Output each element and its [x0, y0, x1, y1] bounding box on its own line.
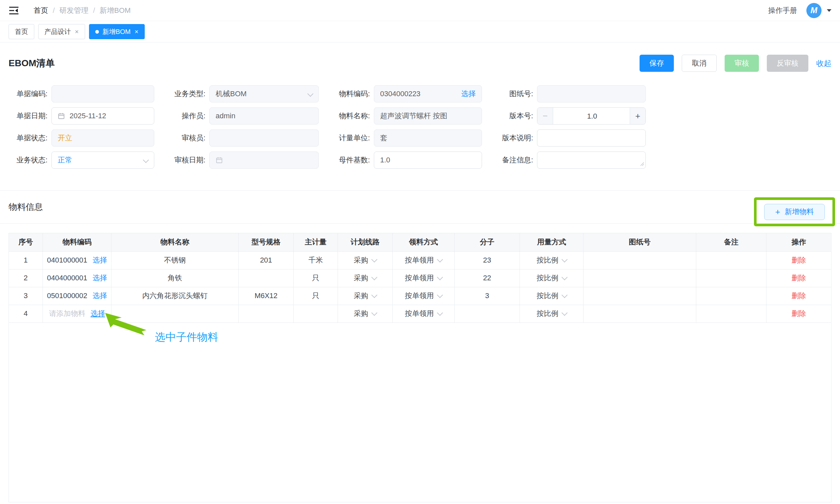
delete-row-link[interactable]: 删除 [791, 291, 806, 300]
biz-type-select: 机械BOM [209, 85, 319, 103]
tab-label: 产品设计 [45, 28, 71, 36]
version-desc-field[interactable] [537, 129, 646, 147]
cell-spec [238, 305, 294, 323]
delete-row-link[interactable]: 删除 [791, 256, 806, 264]
cell-route: 采购 [337, 251, 392, 269]
cell-issue: 按单领用 [392, 305, 455, 323]
usage-select[interactable]: 按比例 [537, 273, 567, 283]
column-header-route: 计划线路 [337, 233, 392, 251]
doc-date-field[interactable] [51, 107, 154, 125]
cell-issue: 按单领用 [392, 269, 455, 287]
user-menu-caret-icon[interactable] [827, 9, 832, 12]
audit-button[interactable]: 审核 [724, 55, 759, 72]
material-name-value: 超声波调节螺杆 按图 [380, 111, 448, 121]
cell-no: 4 [9, 305, 42, 323]
usage-select[interactable]: 按比例 [537, 255, 567, 265]
reverse-audit-button[interactable]: 反审核 [767, 55, 808, 72]
chevron-down-icon [437, 256, 443, 262]
cell-op: 删除 [766, 305, 831, 323]
issue-value: 按单领用 [405, 273, 434, 283]
cell-no: 2 [9, 269, 42, 287]
chevron-down-icon [371, 310, 377, 316]
route-select[interactable]: 采购 [354, 291, 377, 301]
select-material-link[interactable]: 选择 [93, 256, 107, 264]
cell-drawing [583, 251, 696, 269]
base-qty-input[interactable] [380, 156, 476, 164]
close-icon[interactable]: × [135, 28, 138, 35]
drawing-no-field [537, 85, 646, 103]
route-select[interactable]: 采购 [354, 255, 377, 265]
usage-value: 按比例 [537, 291, 558, 301]
doc-status-field: 开立 [51, 129, 154, 147]
material-code-value: 0304000223 [380, 90, 420, 98]
issue-select[interactable]: 按单领用 [405, 309, 442, 319]
route-select[interactable]: 采购 [354, 309, 377, 319]
chevron-down-icon [371, 256, 377, 262]
doc-code-field [51, 85, 154, 103]
menu-fold-icon[interactable] [8, 6, 19, 15]
cell-no: 1 [9, 251, 42, 269]
chevron-down-icon [371, 292, 377, 298]
delete-row-link[interactable]: 删除 [791, 309, 806, 318]
route-value: 采购 [354, 273, 368, 283]
chevron-down-icon [437, 274, 443, 280]
breadcrumb-home[interactable]: 首页 [34, 5, 48, 16]
cell-remark [696, 287, 767, 305]
route-select[interactable]: 采购 [354, 273, 377, 283]
materials-table-container: 序号物料编码物料名称型号规格主计量计划线路领料方式分子用量方式图纸号备注操作 1… [8, 233, 832, 502]
delete-row-link[interactable]: 删除 [791, 274, 806, 282]
cancel-button[interactable]: 取消 [682, 55, 717, 72]
cell-unit: 只 [294, 269, 337, 287]
breadcrumb-rd-management[interactable]: 研发管理 [59, 5, 88, 16]
tab-new-bom[interactable]: 新增BOM × [89, 24, 145, 39]
column-header-unit: 主计量 [294, 233, 337, 251]
issue-select[interactable]: 按单领用 [405, 273, 442, 283]
biz-status-label: 业务状态: [8, 155, 48, 165]
section-divider [0, 223, 840, 224]
usage-select[interactable]: 按比例 [537, 309, 567, 319]
version-value[interactable] [553, 108, 630, 124]
issue-value: 按单领用 [405, 309, 434, 319]
increase-button[interactable]: + [630, 108, 646, 124]
decrease-button[interactable]: − [537, 108, 553, 124]
collapse-link[interactable]: 收起 [816, 58, 832, 69]
operator-field: admin [209, 107, 319, 125]
remark-textarea[interactable] [537, 151, 646, 169]
plus-icon: + [775, 208, 780, 216]
issue-select[interactable]: 按单领用 [405, 291, 442, 301]
base-qty-label: 母件基数: [337, 155, 370, 165]
version-input[interactable] [553, 108, 631, 125]
version-desc-input[interactable] [543, 134, 640, 142]
select-material-link[interactable]: 选择 [93, 274, 107, 282]
select-material-link[interactable]: 选择 [461, 89, 476, 99]
annotation-text: 选中子件物料 [155, 330, 218, 345]
close-icon[interactable]: × [75, 28, 79, 35]
base-qty-field[interactable] [374, 151, 482, 169]
usage-select[interactable]: 按比例 [537, 291, 567, 301]
tab-bar: 首页 产品设计 × 新增BOM × [0, 21, 840, 42]
select-material-link[interactable]: 选择 [93, 291, 107, 300]
cell-no: 3 [9, 287, 42, 305]
chevron-down-icon [561, 292, 567, 298]
active-dot-icon [95, 30, 99, 34]
avatar[interactable]: M [806, 3, 822, 18]
cell-issue: 按单领用 [392, 251, 455, 269]
operation-manual-link[interactable]: 操作手册 [768, 5, 797, 16]
tab-product-design[interactable]: 产品设计 × [38, 24, 85, 39]
calendar-icon [58, 112, 65, 120]
cell-op: 删除 [766, 269, 831, 287]
column-header-drawing: 图纸号 [583, 233, 696, 251]
cell-op: 删除 [766, 287, 831, 305]
tab-home[interactable]: 首页 [8, 24, 34, 39]
column-header-op: 操作 [766, 233, 831, 251]
biz-status-select[interactable]: 正常 [51, 151, 154, 169]
save-button[interactable]: 保存 [640, 55, 674, 72]
add-material-button[interactable]: + 新增物料 [764, 204, 824, 220]
chevron-down-icon [371, 274, 377, 280]
column-header-usage: 用量方式 [520, 233, 583, 251]
issue-select[interactable]: 按单领用 [405, 255, 442, 265]
select-material-link[interactable]: 选择 [91, 309, 105, 318]
cell-remark [696, 251, 767, 269]
table-row: 20404000001选择角铁只采购按单领用22按比例删除 [9, 269, 831, 287]
doc-date-input[interactable] [70, 112, 148, 120]
